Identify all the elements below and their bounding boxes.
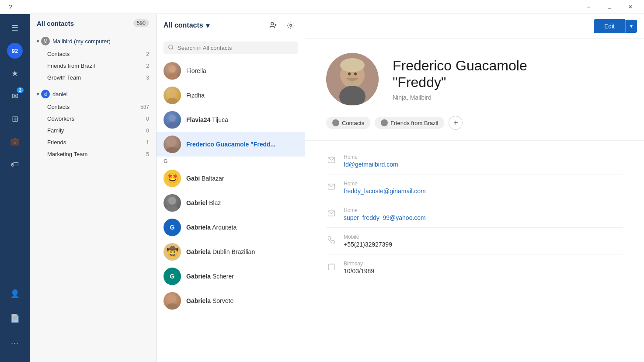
sidebar-icon-document[interactable]: 📄 [4,308,25,329]
sidebar-icon-tag[interactable]: 🏷 [4,154,25,175]
svg-point-7 [167,73,178,80]
detail-avatar [326,53,379,105]
more-icon: ··· [11,338,19,348]
birthday-value: 10/03/1989 [344,268,623,275]
briefcase-icon: 💼 [10,137,20,146]
daniel-family-label: Family [47,127,64,134]
friends-brazil-tag[interactable]: Friends from Brazil [375,117,444,129]
mailbird-section: ▾ M Mailbird (my computer) Contacts 2 Fr… [30,32,156,85]
daniel-coworkers-item[interactable]: Coworkers 0 [30,113,156,125]
list-item[interactable]: Frederico Guacamole "Fredd... [157,132,305,157]
daniel-friends-item[interactable]: Friends 1 [30,136,156,148]
avatar [164,87,181,104]
daniel-icon: d [41,90,50,98]
email-icon-2 [326,181,337,192]
list-item[interactable]: 🤠 Gabriela Dublin Brazilian [157,240,305,264]
list-item[interactable]: G Gabriela Arquiteta [157,215,305,240]
add-contact-button[interactable] [266,18,280,32]
contacts-tag-icon [332,119,339,126]
detail-tags: Contacts Friends from Brazil + [305,116,644,141]
svg-point-22 [354,73,357,76]
maximize-button[interactable]: □ [599,0,620,14]
sidebar-icon-grid[interactable]: ⊞ [4,108,25,129]
avatar [164,292,181,310]
settings-button[interactable] [284,18,298,32]
daniel-friends-count: 1 [146,139,149,146]
mailbird-contacts-item[interactable]: Contacts 2 [30,48,156,60]
email-1-content: Home fd@getmailbird.com [344,154,623,168]
daniel-family-item[interactable]: Family 0 [30,125,156,136]
email-icon [326,155,337,165]
mailbird-growth-team-label: Growth Team [47,74,81,81]
daniel-contacts-item[interactable]: Contacts 587 [30,101,156,113]
close-button[interactable]: ✕ [620,0,641,14]
add-tag-button[interactable]: + [449,116,463,130]
sidebar-icon-mail[interactable]: ✉ 2 [4,86,25,107]
list-panel-title-text: All contacts [164,21,203,29]
edit-dropdown-button[interactable]: ▾ [625,20,637,33]
birthday-icon [326,261,337,272]
detail-name: Frederico Guacamole "Freddy" [393,57,623,91]
contact-name: Fiorella [186,67,206,74]
list-panel-title[interactable]: All contacts ▾ [164,21,209,30]
email-1-value[interactable]: fd@getmailbird.com [344,161,623,168]
sidebar-icon-contacts[interactable]: 👤 [4,283,25,304]
contacts-tag-label: Contacts [342,120,364,126]
birthday-field: Birthday 10/03/1989 [326,254,623,281]
email-1-type: Home [344,154,623,160]
menu-icon: ☰ [11,23,18,33]
contact-name: Gabriela Sorvete [186,297,233,304]
avatar [164,194,181,212]
sidebar-icon-star[interactable]: ★ [4,63,25,84]
contact-name: Gabi Baltazar [186,175,224,182]
mailbird-friends-brazil-item[interactable]: Friends from Brazil 2 [30,60,156,72]
email-3-value[interactable]: super_freddy_99@yahoo.com [344,214,623,221]
birthday-label: Birthday [344,261,623,267]
avatar: 🤠 [164,243,181,261]
minimize-button[interactable]: − [578,0,599,14]
list-item[interactable]: Gabriel Blaz [157,191,305,215]
daniel-contacts-count: 587 [140,104,149,110]
mailbird-section-header[interactable]: ▾ M Mailbird (my computer) [30,34,156,48]
list-panel-dropdown-icon: ▾ [206,21,209,30]
contact-name: Gabriela Dublin Brazilian [186,248,255,255]
title-bar-left: ? [3,0,17,14]
sidebar-icon-more[interactable]: ··· [4,332,25,353]
all-contacts-label[interactable]: All contacts [37,20,74,27]
svg-point-9 [167,98,178,104]
sidebar-icon-menu[interactable]: ☰ [4,17,25,38]
svg-point-6 [169,66,176,73]
list-item[interactable]: 🤩 Gabi Baltazar [157,166,305,191]
list-item[interactable]: Gabriela Sorvete [157,289,305,313]
list-item[interactable]: Fiorella [157,59,305,83]
avatar [164,111,181,129]
daniel-marketing-item[interactable]: Marketing Team 5 [30,148,156,160]
avatar-badge-icon: 92 [7,43,23,59]
help-button[interactable]: ? [3,0,17,14]
sidebar-icon-badge[interactable]: 92 [4,40,25,61]
contacts-tag[interactable]: Contacts [326,117,370,129]
mailbird-contacts-label: Contacts [47,51,70,57]
svg-point-16 [168,295,176,303]
list-item[interactable]: G Gabriela Scherer [157,264,305,289]
search-input[interactable] [178,45,293,51]
star-icon: ★ [11,69,18,78]
phone-value[interactable]: +55(21)32927399 [344,241,623,248]
contact-first-name: Frederico Guacamole [393,58,527,73]
friends-brazil-tag-label: Friends from Brazil [390,120,438,126]
sidebar-icon-briefcase[interactable]: 💼 [4,131,25,152]
daniel-marketing-count: 5 [146,151,149,157]
list-item[interactable]: Flavia24 Tijuca [157,108,305,132]
list-item[interactable]: Fizdha [157,83,305,108]
daniel-section-header[interactable]: ▾ d daniel [30,87,156,101]
edit-button[interactable]: Edit [594,19,625,33]
mailbird-growth-team-item[interactable]: Growth Team 3 [30,72,156,84]
contacts-count: 590 [133,19,149,27]
sidebar: ☰ 92 ★ ✉ 2 ⊞ 💼 🏷 👤 📄 ··· [0,14,30,362]
svg-rect-28 [328,264,334,270]
mailbird-contacts-count: 2 [146,51,149,57]
contact-name: Gabriel Blaz [186,199,221,206]
svg-point-21 [348,73,351,76]
email-2-value[interactable]: freddy_lacoste@ginamail.com [344,188,623,195]
daniel-chevron-icon: ▾ [37,91,39,97]
